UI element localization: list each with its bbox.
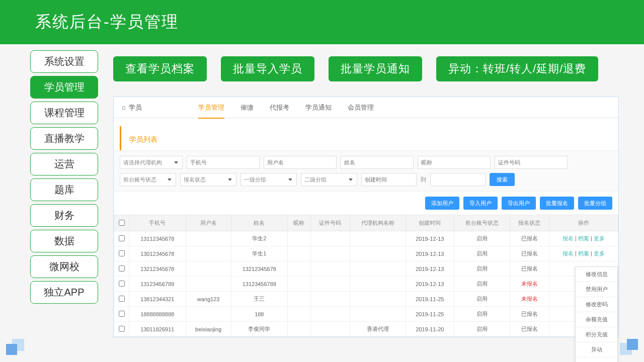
dropdown-item[interactable]: 约课 <box>576 357 617 362</box>
cell-agency <box>350 307 406 322</box>
cell-phone: 13011826911 <box>129 322 186 337</box>
cell-enroll: 未报名 <box>510 292 549 307</box>
table-row: 188888888881882019-11-25启用已报名 <box>114 307 618 322</box>
filter-created-from[interactable] <box>361 173 417 186</box>
panel-tab[interactable]: 学员通知 <box>305 97 332 118</box>
cell-created: 2019-11-20 <box>406 322 454 337</box>
cell-phone: 13012345678 <box>129 246 186 261</box>
cell-created: 2019-12-13 <box>406 277 454 292</box>
table-row: 13212345678132123456782019-12-13启用已报名 <box>114 261 618 277</box>
bulk-button[interactable]: 批量分组 <box>578 197 612 210</box>
cell-id <box>310 307 350 322</box>
cell-enroll: 已报名 <box>510 307 549 322</box>
dropdown-item[interactable]: 积分充值 <box>576 327 617 342</box>
action-button[interactable]: 异动：转班/转人/延期/退费 <box>436 56 598 81</box>
cell-front: 启用 <box>454 277 510 292</box>
column-header: 姓名 <box>231 215 288 231</box>
dropdown-item[interactable]: 修改密码 <box>576 297 617 312</box>
bulk-button[interactable]: 批量报名 <box>540 197 574 210</box>
sidebar-item[interactable]: 财务 <box>30 204 98 227</box>
cell-user <box>186 246 231 261</box>
row-checkbox[interactable] <box>119 235 125 241</box>
cell-ops: 报名 | 档案 | 更多 <box>549 231 618 246</box>
cell-nick <box>288 292 311 307</box>
cell-name: 李俊同学 <box>231 322 288 337</box>
filter-group1[interactable]: 一级分组 <box>240 173 297 186</box>
sidebar-item[interactable]: 独立APP <box>30 281 98 304</box>
decoration-bottom-left <box>6 339 24 355</box>
action-button[interactable]: 批量导入学员 <box>221 56 314 81</box>
op-archive[interactable]: 档案 <box>578 235 589 241</box>
cell-name: 13212345678 <box>231 261 288 277</box>
table-row: 13112345678学生22019-12-13启用已报名报名 | 档案 | 更… <box>114 231 618 246</box>
cell-phone: 18888888888 <box>129 307 186 322</box>
cell-agency <box>350 292 406 307</box>
op-more[interactable]: 更多 <box>594 235 605 241</box>
table-row: 13011826911beixiaojing李俊同学香港代理2019-11-20… <box>114 322 618 337</box>
filter-enroll-status[interactable]: 报名状态 <box>180 173 236 186</box>
sidebar-item[interactable]: 数据 <box>30 230 98 252</box>
filter-phone[interactable] <box>187 156 260 169</box>
filter-idcard[interactable] <box>495 156 568 169</box>
cell-name: 学生1 <box>231 246 288 261</box>
cell-nick <box>288 231 311 246</box>
dropdown-item[interactable]: 禁用用户 <box>576 282 617 297</box>
cell-name: 学生2 <box>231 231 288 246</box>
main-panel: ⌂ 学员 学员管理催缴代报考学员通知会员管理 学员列表 请选择代理机构 前台账号… <box>113 97 619 337</box>
row-checkbox[interactable] <box>119 250 125 256</box>
cell-agency <box>350 277 406 292</box>
row-checkbox[interactable] <box>119 311 125 317</box>
sidebar-item[interactable]: 课程管理 <box>30 102 98 124</box>
cell-enroll: 已报名 <box>510 246 549 261</box>
filter-agency[interactable]: 请选择代理机构 <box>120 156 183 169</box>
search-button[interactable]: 搜索 <box>490 173 515 186</box>
op-archive[interactable]: 档案 <box>578 250 589 256</box>
filter-realname[interactable] <box>341 156 414 169</box>
panel-tab[interactable]: 学员管理 <box>198 97 224 118</box>
sidebar-item[interactable]: 运营 <box>30 153 98 175</box>
dropdown-item[interactable]: 修改信息 <box>576 267 617 282</box>
row-checkbox[interactable] <box>119 281 125 287</box>
sidebar: 系统设置学员管理课程管理直播教学运营题库财务数据微网校独立APP <box>30 50 98 337</box>
select-all-checkbox[interactable] <box>119 220 125 226</box>
column-header: 手机号 <box>129 215 186 231</box>
cell-enroll: 已报名 <box>510 231 549 246</box>
sidebar-item[interactable]: 系统设置 <box>30 50 98 73</box>
dropdown-item[interactable]: 余额充值 <box>576 312 617 327</box>
cell-id <box>310 231 350 246</box>
cell-phone: 13212345678 <box>129 261 186 277</box>
op-more[interactable]: 更多 <box>594 250 605 256</box>
page-title: 系统后台-学员管理 <box>35 11 179 33</box>
action-button[interactable]: 查看学员档案 <box>113 56 207 81</box>
panel-tab[interactable]: 会员管理 <box>348 97 374 118</box>
bulk-button[interactable]: 添加用户 <box>425 197 459 210</box>
action-button[interactable]: 批量学员通知 <box>329 56 422 81</box>
cell-ops: 报名 | 档案 | 更多 <box>549 246 618 261</box>
cell-enroll: 已报名 <box>510 261 549 277</box>
column-header: 报名状态 <box>510 215 549 231</box>
row-checkbox[interactable] <box>119 296 125 302</box>
filter-username[interactable] <box>264 156 337 169</box>
op-enroll[interactable]: 报名 <box>562 250 574 256</box>
op-enroll[interactable]: 报名 <box>562 235 574 241</box>
panel-tab[interactable]: 代报考 <box>270 97 289 118</box>
dropdown-item[interactable]: 异动 <box>576 342 617 357</box>
cell-agency <box>350 246 406 261</box>
row-checkbox[interactable] <box>119 265 125 272</box>
filter-created-to[interactable] <box>430 173 486 186</box>
sidebar-item[interactable]: 题库 <box>30 178 98 201</box>
sidebar-item[interactable]: 微网校 <box>30 255 98 278</box>
panel-tab[interactable]: 催缴 <box>240 97 254 118</box>
filter-front-status[interactable]: 前台账号状态 <box>120 173 176 186</box>
bulk-button[interactable]: 导出用户 <box>502 197 536 210</box>
cell-front: 启用 <box>454 261 510 277</box>
filter-group2[interactable]: 二级分组 <box>301 173 357 186</box>
sidebar-item[interactable]: 学员管理 <box>30 76 98 99</box>
column-header: 操作 <box>549 215 618 231</box>
bulk-button[interactable]: 导入用户 <box>463 197 498 210</box>
row-checkbox[interactable] <box>119 326 125 332</box>
cell-front: 启用 <box>454 307 510 322</box>
cell-created: 2019-12-13 <box>406 261 454 277</box>
sidebar-item[interactable]: 直播教学 <box>30 127 98 150</box>
filter-nickname[interactable] <box>418 156 491 169</box>
